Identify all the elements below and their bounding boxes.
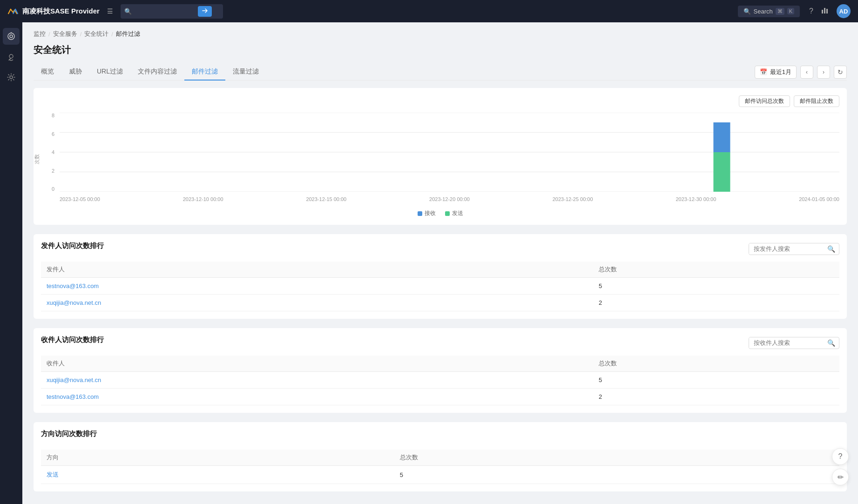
date-prev-btn[interactable]: ‹: [800, 66, 813, 79]
svg-rect-1: [824, 8, 825, 13]
calendar-icon: 📅: [760, 68, 767, 75]
x-label-3: 2023-12-20 00:00: [429, 196, 470, 202]
sender-search-input[interactable]: [749, 243, 824, 254]
sender-email-1[interactable]: xuqijia@nova.net.cn: [41, 295, 593, 311]
receiver-search-btn[interactable]: 🔍: [824, 337, 839, 349]
receiver-table: 收件人 总次数 xuqijia@nova.net.cn 5 testnova@1…: [41, 356, 839, 405]
date-next-btn[interactable]: ›: [817, 66, 830, 79]
svg-rect-0: [822, 10, 823, 13]
sender-search-box: 🔍: [749, 243, 839, 255]
sidebar-item-location[interactable]: [3, 48, 20, 65]
chart-container: 8 6 4 2 0: [41, 113, 839, 206]
legend-dot-send: [445, 211, 450, 216]
fab-edit-btn[interactable]: ✏: [832, 469, 849, 485]
tabs-area: 概览 威胁 URL过滤 文件内容过滤 邮件过滤 流量过滤 📅 最近1月 ‹ › …: [34, 64, 847, 81]
topnav: 南凌科技SASE Provider ☰ 🔍 🔍 Search ⌘ K ? AD: [0, 0, 858, 22]
x-label-5: 2023-12-30 00:00: [676, 196, 716, 202]
tab-traffic-filter[interactable]: 流量过滤: [225, 64, 266, 81]
sender-table: 发件人 总次数 testnova@163.com 5 xuqijia@nova.…: [41, 262, 839, 311]
refresh-btn[interactable]: ↻: [834, 66, 847, 79]
receiver-count-1: 2: [593, 389, 839, 405]
user-avatar[interactable]: AD: [837, 4, 851, 18]
receiver-search-input[interactable]: [749, 337, 824, 348]
y-label-6: 6: [52, 131, 54, 137]
fab-help-btn[interactable]: ?: [832, 448, 849, 465]
sender-section-header: 发件人访问次数排行 🔍: [41, 242, 839, 256]
breadcrumb-item-0[interactable]: 监控: [34, 30, 46, 38]
sidebar: [0, 22, 22, 504]
direction-value-0[interactable]: 发送: [41, 466, 394, 484]
date-range-btn[interactable]: 📅 最近1月: [755, 66, 797, 79]
sidebar-item-settings[interactable]: [3, 69, 20, 86]
legend-label-receive: 接收: [425, 209, 436, 217]
sender-search-btn[interactable]: 🔍: [824, 243, 839, 255]
legend-btn-block[interactable]: 邮件阻止次数: [794, 95, 839, 107]
tab-controls: 📅 最近1月 ‹ › ↻: [755, 66, 847, 79]
tab-mail-filter[interactable]: 邮件过滤: [184, 64, 225, 81]
y-label-2: 2: [52, 168, 54, 174]
sender-row-1: xuqijia@nova.net.cn 2: [41, 295, 839, 311]
sender-email-0[interactable]: testnova@163.com: [41, 278, 593, 295]
nav-search-input[interactable]: [135, 8, 195, 15]
legend-dot-receive: [418, 211, 422, 216]
logo-icon: [7, 7, 19, 16]
legend-btn-total[interactable]: 邮件访问总次数: [739, 95, 790, 107]
svg-point-7: [10, 76, 13, 79]
tab-overview[interactable]: 概览: [34, 64, 61, 81]
breadcrumb-sep-2: /: [111, 31, 113, 38]
sender-ranking-card: 发件人访问次数排行 🔍 发件人 总次数 testnova@163.com 5 x…: [34, 234, 847, 319]
help-icon[interactable]: ?: [809, 7, 813, 15]
breadcrumb-current: 邮件过滤: [116, 30, 140, 38]
breadcrumb: 监控 / 安全服务 / 安全统计 / 邮件过滤: [34, 30, 847, 38]
menu-icon[interactable]: ☰: [105, 6, 115, 17]
breadcrumb-item-2[interactable]: 安全统计: [84, 30, 108, 38]
fab-area: ? ✏: [832, 448, 849, 485]
main-content: 监控 / 安全服务 / 安全统计 / 邮件过滤 安全统计 概览 威胁 URL过滤…: [22, 22, 858, 504]
direction-row-0: 发送 5: [41, 466, 839, 484]
sender-col-sender: 发件人: [41, 262, 593, 278]
chart-y-title: 次数: [34, 154, 41, 164]
chart-y-axis: 8 6 4 2 0: [41, 113, 57, 192]
svg-point-4: [10, 35, 13, 38]
app-name: 南凌科技SASE Provider: [22, 7, 100, 16]
tab-threat[interactable]: 威胁: [61, 64, 89, 81]
receiver-email-1[interactable]: testnova@163.com: [41, 389, 593, 405]
sidebar-item-monitor[interactable]: [3, 28, 20, 45]
chart-legend-btns: 邮件访问总次数 邮件阻止次数: [41, 95, 839, 107]
app-logo: 南凌科技SASE Provider: [7, 7, 100, 16]
global-search-btn[interactable]: 🔍 Search ⌘ K: [738, 6, 800, 17]
direction-table: 方向 总次数 发送 5: [41, 450, 839, 484]
page-title: 安全统计: [34, 44, 847, 56]
search-shortcut-cmd: ⌘: [776, 8, 784, 15]
breadcrumb-sep-0: /: [48, 31, 50, 38]
stats-icon[interactable]: [821, 6, 829, 16]
receiver-email-0[interactable]: xuqijia@nova.net.cn: [41, 372, 593, 389]
x-label-4: 2023-12-25 00:00: [553, 196, 593, 202]
nav-search-area: 🔍: [121, 4, 223, 19]
receiver-count-0: 5: [593, 372, 839, 389]
breadcrumb-item-1[interactable]: 安全服务: [53, 30, 77, 38]
x-label-6: 2024-01-05 00:00: [799, 196, 839, 202]
x-label-2: 2023-12-15 00:00: [306, 196, 346, 202]
sender-count-1: 2: [593, 295, 839, 311]
breadcrumb-sep-1: /: [80, 31, 82, 38]
legend-label-send: 发送: [452, 209, 463, 217]
tab-file-filter[interactable]: 文件内容过滤: [130, 64, 184, 81]
topnav-right-icons: ? AD: [809, 4, 851, 18]
search-icon-nav: 🔍: [124, 8, 132, 15]
receiver-ranking-title: 收件人访问次数排行: [41, 336, 104, 344]
nav-search-btn[interactable]: [198, 6, 212, 17]
tab-url-filter[interactable]: URL过滤: [89, 64, 130, 81]
sender-row-0: testnova@163.com 5: [41, 278, 839, 295]
chart-x-labels: 2023-12-05 00:00 2023-12-10 00:00 2023-1…: [60, 193, 839, 206]
search-icon-global: 🔍: [743, 8, 751, 15]
receiver-row-1: testnova@163.com 2: [41, 389, 839, 405]
svg-point-3: [8, 33, 14, 40]
direction-count-0: 5: [394, 466, 839, 484]
sender-ranking-title: 发件人访问次数排行: [41, 242, 104, 250]
direction-ranking-title: 方向访问次数排行: [41, 430, 97, 438]
y-label-8: 8: [52, 113, 54, 118]
y-label-4: 4: [52, 149, 54, 155]
direction-section-header: 方向访问次数排行: [41, 430, 839, 444]
date-range-label: 最近1月: [770, 68, 791, 76]
